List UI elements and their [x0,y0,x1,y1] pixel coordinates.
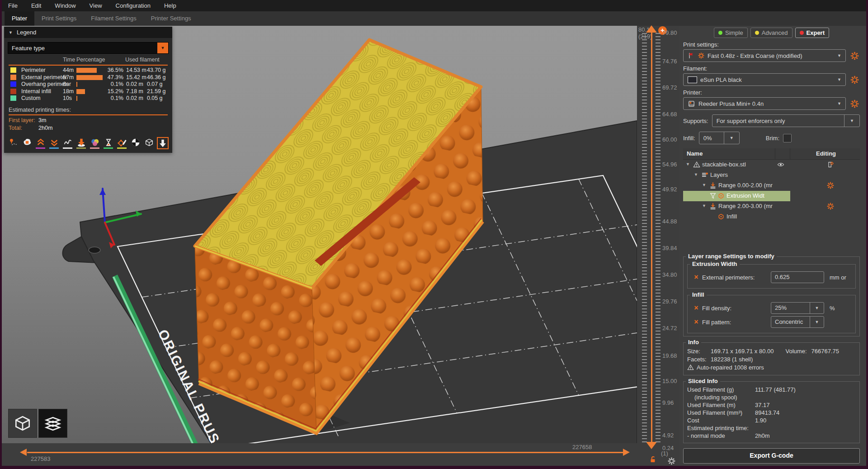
shells-icon[interactable] [130,137,141,149]
tree-row[interactable]: Infill [683,212,860,222]
view-type-value: Feature type [12,45,45,52]
range-settings-gear-icon[interactable] [827,203,834,210]
travel-icon[interactable] [8,137,19,149]
retractions-icon[interactable] [35,137,46,149]
legend-header[interactable]: ▼ Legend [4,27,172,38]
tab-print-settings[interactable]: Print Settings [34,11,84,26]
remove-setting-icon[interactable]: × [690,273,702,281]
printer-combo[interactable]: Reeder Prusa Mini+ 0.4n ▼ [683,97,846,110]
mode-simple[interactable]: Simple [714,28,748,38]
layer-range-settings: Layer range Settings to modify Extrusion… [683,256,860,336]
col-header-percentage: Percentage [76,57,105,63]
brim-checkbox[interactable] [783,134,792,142]
view-type-combo[interactable]: Feature type ▼ [8,42,169,54]
slider-settings-gear-icon[interactable] [668,457,675,465]
tab-printer-settings[interactable]: Printer Settings [144,11,198,26]
feature-name: Custom [21,95,41,101]
export-gcode-button[interactable]: Export G-code [683,448,860,464]
tree-row[interactable]: ▼Range 0.00-2.00 (mr [683,180,860,191]
lock-icon[interactable] [649,455,657,464]
hslider-track[interactable] [27,452,623,453]
object-settings-icon[interactable] [827,161,834,168]
feature-percent: 36.5% [105,67,123,73]
hslider-right-handle[interactable] [623,449,630,456]
hslider-left-handle[interactable] [20,449,27,456]
sliced-info-row: Used Filament (m)37.17 [687,402,856,408]
menu-item-help[interactable]: Help [164,2,176,9]
remove-setting-icon[interactable]: × [690,318,702,326]
caret-down-icon[interactable]: ▼ [702,183,706,187]
range-settings-gear-icon[interactable] [827,182,834,189]
tab-plater[interactable]: Plater [5,11,34,26]
total-time-row: Total: 2h0m [9,125,168,133]
supports-combo[interactable]: For support enforcers only ▼ [712,114,860,127]
caret-down-icon[interactable]: ▼ [702,204,706,208]
chevron-down-icon: ▼ [810,317,824,327]
setting-row: ×Fill density:25%▼% [690,302,853,314]
mode-advanced[interactable]: Advanced [750,28,793,38]
modified-flag-icon [688,52,695,59]
tab-filament-settings[interactable]: Filament Settings [84,11,143,26]
view-3d-button[interactable] [8,409,37,438]
sliced-info-label: - normal mode [687,432,755,439]
vslider-ticks-right [656,33,660,444]
layer-tick-label: 74.76 [662,58,677,65]
tree-row[interactable]: Extrusion Widt [683,191,860,201]
box-icon[interactable] [143,137,155,149]
feature-name: Internal infill [21,88,51,95]
combo-arrow-icon[interactable]: ▼ [157,43,168,53]
feature-color-swatch [10,75,16,80]
funnel-icon [709,192,717,199]
legend-row: Perimeter44m36.5%14.53 m43.70 g [9,67,168,74]
feature-percent-bar [76,68,97,73]
infill-label: Infill: [683,135,695,142]
filament-combo[interactable]: eSun PLA black ▼ [683,73,846,86]
setting-select[interactable]: 25%▼ [771,302,824,314]
tab-bar: PlaterPrint SettingsFilament SettingsPri… [2,11,866,26]
legend-table: Time Percentage Used filament Perimeter4… [9,57,168,102]
tree-row[interactable]: ▼Layers [683,170,860,180]
tree-row[interactable]: ▼stackable-box.stl [683,160,860,170]
custom-gcode-icon[interactable] [116,137,127,149]
caret-down-icon[interactable]: ▼ [686,162,690,166]
menu-item-view[interactable]: View [90,2,102,9]
tree-editing-header: Editing [790,150,862,157]
menu-item-configuration[interactable]: Configuration [116,2,151,9]
remove-setting-icon[interactable]: × [690,304,702,312]
deretractions-icon[interactable] [48,137,60,149]
feature-color-swatch [10,81,16,87]
seams-icon[interactable] [62,137,73,149]
sliced-info-value: 1.90 [755,417,766,424]
vslider-track[interactable] [651,31,652,443]
eye-icon[interactable] [777,161,784,168]
setting-input[interactable]: 0.625 [771,271,824,283]
sliced-info-title: Sliced Info [686,378,720,384]
gcode-preview-viewport[interactable]: ORIGINAL PRUSA M [2,26,637,466]
color-changes-icon[interactable] [89,137,100,149]
wipe-icon[interactable] [21,137,33,149]
chevron-down-icon: ▼ [810,303,824,313]
edit-print-settings-button[interactable] [849,50,860,61]
menu-item-window[interactable]: Window [55,2,75,9]
print-settings-value: Fast 0.48z - Extra Coarse (modified) [708,52,834,59]
feature-percent: 0.1% [105,81,123,87]
view-layers-button[interactable] [38,409,67,438]
mode-label: Expert [807,29,825,36]
print-settings-combo[interactable]: Fast 0.48z - Extra Coarse (modified) ▼ [683,49,846,62]
infill-combo[interactable]: 0% ▼ [699,132,740,144]
legend-toggle-icon[interactable] [157,137,169,149]
edit-filament-button[interactable] [849,74,860,85]
feature-length: 0.02 m [126,81,143,87]
caret-down-icon[interactable]: ▼ [694,172,698,177]
setting-select[interactable]: Concentric▼ [771,316,824,328]
settings-group-title: Extrusion Width [690,261,740,267]
menu-item-edit[interactable]: Edit [31,2,41,9]
edit-printer-button[interactable] [849,98,860,109]
sliced-info-label: Used Filament (mm³) [687,409,755,416]
tool-changes-icon[interactable] [75,137,87,149]
mode-expert[interactable]: Expert [795,28,829,38]
tree-row[interactable]: ▼Range 2.00-3.00 (mr [683,201,860,212]
menu-item-file[interactable]: File [8,2,18,9]
tree-item-label: Infill [726,213,737,220]
pause-prints-icon[interactable] [103,137,114,149]
